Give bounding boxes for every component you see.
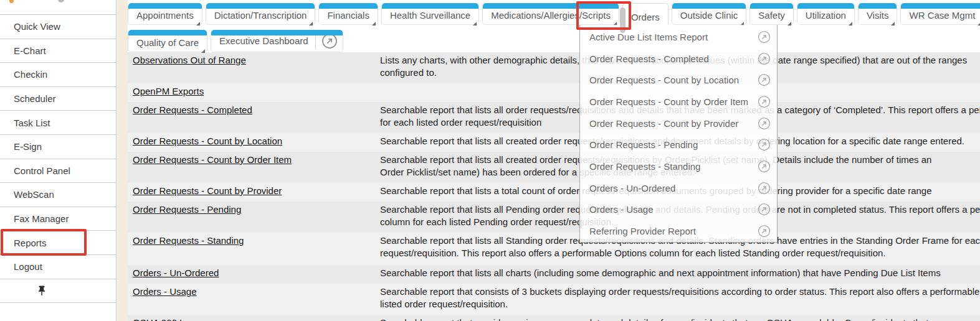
logo-fragment — [9, 0, 14, 3]
description-line: Searchable report that consists of 3 buc… — [380, 286, 980, 298]
description-line: Searchable report that lists all charts … — [380, 267, 980, 279]
menu-item-orders-usage[interactable]: Orders - Usage — [580, 199, 777, 221]
logo-fragment — [58, 0, 64, 2]
sidebar-item-quick-view[interactable]: Quick View — [0, 15, 116, 39]
sidebar-item-label: Scheduler — [14, 93, 56, 104]
tab-financials[interactable]: Financials — [318, 3, 378, 25]
report-link-order-requests-count-by-provider[interactable]: Order Requests - Count by Provider — [133, 185, 282, 197]
report-link-orders-un-ordered[interactable]: Orders - Un-Ordered — [133, 267, 219, 279]
menu-item-referring-provider-report[interactable]: Referring Provider Report — [580, 220, 777, 242]
sidebar-item-fax-manager[interactable]: Fax Manager — [0, 207, 116, 231]
tab-executive-dashboard[interactable]: Executive Dashboard — [211, 30, 343, 52]
open-report-icon[interactable] — [758, 203, 771, 216]
tab-header: Appointments Dictation/Transcription Fin… — [128, 0, 980, 52]
tab-label: Medications/Allergies/Scripts — [491, 10, 611, 24]
sidebar-item-label: E-Chart — [14, 45, 46, 56]
tab-accent-bar — [672, 3, 746, 9]
menu-item-order-requests-standing[interactable]: Order Requests - Standing — [580, 156, 777, 177]
report-row: OpenPM Exports — [128, 83, 980, 102]
tab-accent-bar — [382, 3, 478, 9]
sidebar-pin-toggle[interactable] — [0, 279, 116, 304]
report-row: Order Requests - Count by Provider Searc… — [128, 183, 980, 202]
report-row: Orders - Un-Ordered Searchable report th… — [128, 265, 980, 284]
chevron-down-icon — [196, 22, 200, 26]
sidebar-item-label: E-Sign — [14, 141, 42, 152]
tab-wr-case-mgmt[interactable]: WR Case Mgmt — [900, 3, 980, 25]
tab-label: Safety — [758, 10, 785, 24]
tab-orders[interactable]: Orders — [622, 3, 668, 26]
report-link-order-requests-completed[interactable]: Order Requests - Completed — [133, 104, 252, 116]
open-report-icon[interactable] — [758, 52, 771, 65]
tab-accent-bar — [859, 3, 897, 9]
report-link-orders-usage[interactable]: Orders - Usage — [133, 286, 197, 298]
menu-item-order-requests-pending[interactable]: Order Requests - Pending — [580, 134, 777, 156]
sidebar-item-control-panel[interactable]: Control Panel — [0, 159, 116, 184]
sidebar-item-e-sign[interactable]: E-Sign — [0, 135, 116, 159]
sidebar-item-label: Logout — [14, 261, 42, 272]
tab-safety[interactable]: Safety — [749, 3, 794, 25]
tab-medications-allergies-scripts[interactable]: Medications/Allergies/Scripts — [482, 3, 619, 25]
open-report-icon[interactable] — [758, 117, 771, 130]
report-link-order-requests-standing[interactable]: Order Requests - Standing — [133, 235, 244, 247]
sidebar-item-checkin[interactable]: Checkin — [0, 63, 116, 87]
sidebar-item-label: Control Panel — [14, 165, 70, 176]
open-report-icon[interactable] — [758, 95, 771, 108]
open-report-icon[interactable] — [758, 160, 771, 173]
report-row: Observations Out of Range Lists any char… — [128, 52, 980, 83]
report-row: OSHA 300 Log Searchable report that prov… — [128, 315, 980, 321]
report-link-order-requests-pending[interactable]: Order Requests - Pending — [133, 203, 241, 216]
chevron-down-icon — [891, 22, 895, 26]
sidebar-item-task-list[interactable]: Task List — [0, 111, 116, 135]
chevron-down-icon — [978, 22, 980, 26]
tab-appointments[interactable]: Appointments — [128, 3, 202, 25]
open-report-icon[interactable] — [758, 225, 771, 238]
sidebar-accent-strip — [117, 0, 128, 321]
menu-item-order-requests-completed[interactable]: Order Requests - Completed — [580, 48, 777, 70]
menu-item-orders-un-ordered[interactable]: Orders - Un-Ordered — [580, 177, 777, 199]
menu-item-order-requests-count-by-order-item[interactable]: Order Requests - Count by Order Item — [580, 91, 777, 113]
tab-accent-bar — [483, 3, 619, 9]
tab-scrollbar-thumb[interactable] — [620, 7, 626, 33]
tab-outside-clinic[interactable]: Outside Clinic — [672, 3, 747, 25]
open-report-icon[interactable] — [758, 73, 771, 86]
menu-item-order-requests-count-by-location[interactable]: Order Requests - Count by Location — [580, 69, 777, 91]
reports-list: Observations Out of Range Lists any char… — [128, 52, 980, 321]
report-link-openpm-exports[interactable]: OpenPM Exports — [133, 85, 204, 98]
tab-row-1: Appointments Dictation/Transcription Fin… — [128, 3, 980, 26]
report-link-order-requests-count-by-order-item[interactable]: Order Requests - Count by Order Item — [133, 154, 292, 166]
report-link-osha-300-log[interactable]: OSHA 300 Log — [133, 317, 195, 321]
tab-health-surveillance[interactable]: Health Surveillance — [381, 3, 479, 25]
tab-dictation-transcription[interactable]: Dictation/Transcription — [206, 3, 316, 25]
sidebar-item-webscan[interactable]: WebScan — [0, 183, 116, 207]
open-report-icon[interactable] — [758, 182, 771, 195]
report-description: Searchable report that consists of 3 buc… — [380, 284, 980, 315]
tab-visits[interactable]: Visits — [858, 3, 898, 25]
pushpin-icon — [37, 286, 46, 295]
menu-item-label: Order Requests - Count by Order Item — [589, 96, 748, 107]
sidebar-item-logout[interactable]: Logout — [0, 255, 116, 279]
menu-item-order-requests-count-by-provider[interactable]: Order Requests - Count by Provider — [580, 113, 777, 134]
tab-accent-bar — [211, 30, 343, 35]
sidebar-item-label: Quick View — [14, 21, 60, 32]
chevron-down-icon — [473, 22, 477, 26]
sidebar-item-label: Reports — [14, 238, 47, 248]
sidebar-item-reports[interactable]: Reports — [0, 231, 116, 255]
report-description: Searchable report that provides various … — [380, 315, 980, 321]
tab-quality-of-care[interactable]: Quality of Care — [128, 30, 207, 52]
tab-label: Financials — [327, 10, 369, 24]
menu-item-label: Order Requests - Pending — [589, 139, 698, 150]
tab-utilization[interactable]: Utilization — [797, 3, 855, 25]
report-row: Order Requests - Completed Searchable re… — [128, 102, 980, 133]
tab-accent-bar — [128, 30, 207, 35]
description-line: request/requisition. This report also of… — [380, 247, 980, 259]
chevron-down-icon — [849, 22, 852, 26]
open-report-icon[interactable] — [758, 30, 771, 44]
report-link-observations-out-of-range[interactable]: Observations Out of Range — [133, 54, 246, 67]
tab-label: Outside Clinic — [680, 10, 738, 24]
open-report-icon[interactable] — [758, 138, 771, 151]
tab-label: Utilization — [806, 10, 846, 24]
sidebar-item-scheduler[interactable]: Scheduler — [0, 87, 116, 111]
report-link-order-requests-count-by-location[interactable]: Order Requests - Count by Location — [133, 135, 282, 147]
menu-item-active-due-list-items-report[interactable]: Active Due List Items Report — [580, 26, 777, 48]
sidebar-item-e-chart[interactable]: E-Chart — [0, 39, 116, 63]
